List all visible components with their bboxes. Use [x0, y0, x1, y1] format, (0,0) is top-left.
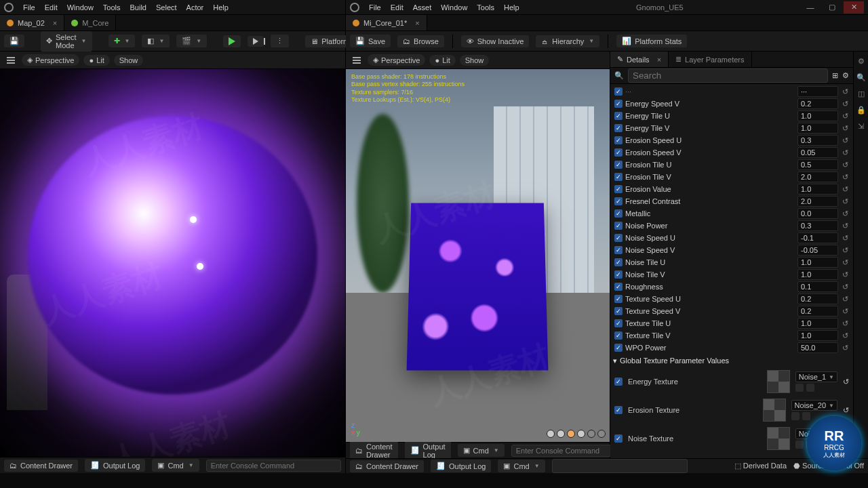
- perspective-button[interactable]: ◈ Perspective: [22, 54, 79, 66]
- texture-asset-dropdown[interactable]: Noise_20▼: [791, 400, 837, 411]
- reset-icon[interactable]: ↺: [843, 378, 849, 386]
- menu-file-2[interactable]: File: [369, 3, 381, 12]
- tab-mcore[interactable]: M_Core: [64, 15, 116, 30]
- reset-icon[interactable]: ↺: [841, 258, 849, 267]
- param-value[interactable]: 1.0: [797, 184, 838, 195]
- menu-edit[interactable]: Edit: [45, 3, 58, 12]
- details-search-input[interactable]: [628, 68, 828, 83]
- param-value[interactable]: 0.2: [797, 306, 838, 317]
- expand-icon[interactable]: ⇲: [856, 122, 866, 131]
- lock-icon[interactable]: 🔒: [856, 106, 866, 115]
- mesh-icon[interactable]: [587, 430, 595, 438]
- cmd-button-2[interactable]: ▣ Cmd▼: [458, 444, 505, 457]
- param-checkbox[interactable]: ✓: [614, 161, 623, 169]
- cmd-button[interactable]: ▣ Cmd▼: [152, 459, 199, 472]
- cmd-button-3[interactable]: ▣ Cmd▼: [498, 460, 545, 472]
- texture-asset-dropdown[interactable]: Noise_6▼: [795, 428, 837, 439]
- param-value[interactable]: ···: [797, 86, 838, 97]
- select-mode-button[interactable]: ✥ Select Mode▼: [41, 31, 92, 52]
- param-checkbox[interactable]: ✓: [614, 100, 623, 108]
- gear-icon[interactable]: ⚙: [842, 71, 849, 80]
- param-checkbox[interactable]: ✓: [614, 295, 623, 303]
- save-button[interactable]: 💾: [4, 35, 24, 47]
- param-value[interactable]: 1.0: [797, 123, 838, 134]
- param-value[interactable]: 2.0: [797, 196, 838, 207]
- reset-icon[interactable]: ↺: [841, 246, 849, 255]
- menu-file[interactable]: File: [23, 3, 35, 12]
- reset-icon[interactable]: ↺: [841, 161, 849, 169]
- reset-icon[interactable]: ↺: [841, 136, 849, 145]
- perspective-button-2[interactable]: ◈ Perspective: [368, 54, 425, 66]
- reset-icon[interactable]: ↺: [841, 270, 849, 279]
- menu-build[interactable]: Build: [130, 3, 146, 12]
- param-value[interactable]: 2.0: [797, 171, 838, 182]
- param-checkbox[interactable]: ✓: [614, 197, 623, 205]
- lit-button-2[interactable]: ● Lit: [429, 55, 455, 66]
- reset-icon[interactable]: ↺: [841, 222, 849, 230]
- param-checkbox[interactable]: ✓: [614, 344, 623, 352]
- param-checkbox[interactable]: ✓: [614, 148, 623, 157]
- param-checkbox[interactable]: ✓: [614, 124, 623, 132]
- search-icon-2[interactable]: 🔍: [856, 73, 866, 83]
- param-value[interactable]: 1.0: [797, 269, 838, 280]
- param-checkbox[interactable]: ✓: [614, 378, 623, 386]
- play-button[interactable]: [223, 35, 241, 47]
- param-value[interactable]: -0.1: [797, 232, 838, 243]
- close-icon[interactable]: ×: [657, 56, 661, 64]
- cylinder-icon[interactable]: [547, 430, 555, 438]
- param-checkbox[interactable]: ✓: [614, 222, 623, 230]
- viewport-menu-icon[interactable]: [4, 54, 18, 66]
- param-checkbox[interactable]: ✓: [614, 319, 623, 327]
- param-checkbox[interactable]: ✓: [614, 270, 623, 279]
- preview-icon[interactable]: ◫: [856, 89, 866, 99]
- content-drawer-button-3[interactable]: 🗂 Content Drawer: [350, 460, 424, 472]
- reset-icon[interactable]: ↺: [841, 319, 849, 328]
- param-checkbox[interactable]: ✓: [614, 406, 623, 414]
- menu-tools[interactable]: Tools: [103, 3, 121, 12]
- platform-stats-button[interactable]: 📊 Platform Stats: [616, 35, 687, 47]
- texture-asset-dropdown[interactable]: Noise_1▼: [795, 371, 837, 382]
- menu-actor[interactable]: Actor: [186, 3, 204, 12]
- close-icon[interactable]: ×: [53, 19, 57, 27]
- viewport-menu-icon[interactable]: [350, 54, 363, 66]
- param-value[interactable]: 0.2: [797, 98, 838, 109]
- reset-icon[interactable]: ↺: [841, 185, 849, 194]
- material-preview-viewport[interactable]: Base pass shader: 178 instructions Base …: [346, 69, 610, 442]
- use-selected-icon[interactable]: [791, 412, 800, 420]
- menu-select[interactable]: Select: [156, 3, 177, 12]
- param-value[interactable]: 0.05: [797, 147, 838, 158]
- param-checkbox[interactable]: ✓: [614, 87, 623, 96]
- reset-icon[interactable]: ↺: [841, 209, 849, 218]
- reset-icon[interactable]: ↺: [843, 434, 849, 443]
- step-button[interactable]: [248, 36, 264, 47]
- tab-details[interactable]: ✎ Details×: [610, 52, 669, 67]
- cube-icon[interactable]: [577, 430, 585, 438]
- close-button[interactable]: ✕: [844, 1, 864, 14]
- param-value[interactable]: 0.3: [797, 220, 838, 231]
- sequence-button[interactable]: 🎬▼: [176, 35, 207, 47]
- console-input[interactable]: [206, 460, 341, 472]
- settings-icon[interactable]: ⚙: [856, 57, 866, 66]
- reset-icon[interactable]: ↺: [843, 406, 849, 415]
- play-options-button[interactable]: ⋮: [271, 35, 289, 47]
- reset-icon[interactable]: ↺: [841, 148, 849, 157]
- param-value[interactable]: 1.0: [797, 330, 838, 341]
- content-drawer-button[interactable]: 🗂 Content Drawer: [4, 460, 78, 472]
- param-checkbox[interactable]: ✓: [614, 331, 623, 340]
- lit-button[interactable]: ● Lit: [83, 55, 109, 66]
- sphere-icon[interactable]: [557, 430, 565, 438]
- preview-shape-buttons[interactable]: [547, 430, 606, 438]
- hierarchy-button[interactable]: 🜁 Hierarchy▼: [536, 35, 599, 47]
- output-log-button[interactable]: 🧾 Output Log: [85, 459, 145, 472]
- menu-tools-2[interactable]: Tools: [477, 3, 494, 12]
- browse-button[interactable]: 🗂 Browse: [397, 35, 444, 47]
- tab-mi-core[interactable]: Mi_Core_01*×: [346, 15, 427, 30]
- reset-icon[interactable]: ↺: [841, 234, 849, 243]
- param-checkbox[interactable]: ✓: [614, 209, 623, 218]
- reset-icon[interactable]: ↺: [841, 124, 849, 133]
- output-log-button-2[interactable]: 🧾 Output Log: [405, 441, 451, 461]
- reset-icon[interactable]: ↺: [841, 112, 849, 121]
- show-button-2[interactable]: Show: [460, 55, 490, 66]
- param-checkbox[interactable]: ✓: [614, 246, 623, 254]
- menu-help-2[interactable]: Help: [504, 3, 519, 12]
